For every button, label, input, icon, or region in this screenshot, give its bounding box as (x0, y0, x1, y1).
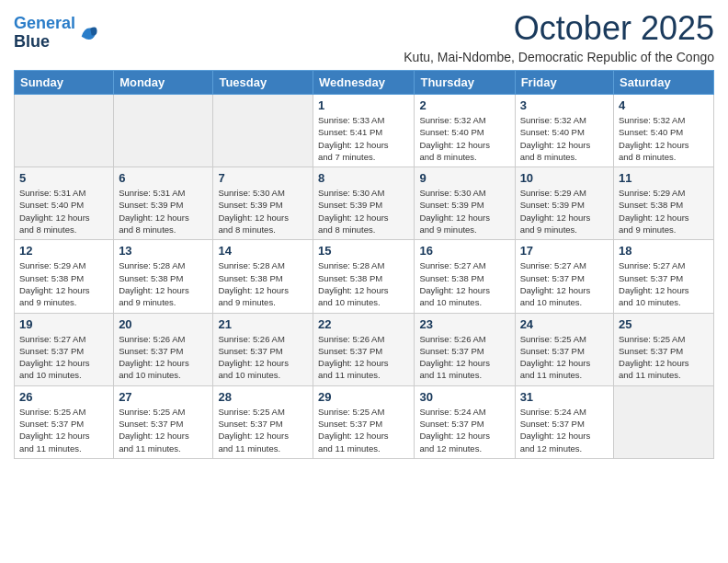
title-area: October 2025 Kutu, Mai-Ndombe, Democrati… (404, 9, 714, 64)
calendar-day-cell: 3Sunrise: 5:32 AMSunset: 5:40 PMDaylight… (515, 95, 613, 167)
calendar-day-cell: 4Sunrise: 5:32 AMSunset: 5:40 PMDaylight… (614, 95, 714, 167)
day-info: Sunrise: 5:25 AMSunset: 5:37 PMDaylight:… (520, 333, 609, 382)
weekday-header-friday: Friday (515, 71, 613, 95)
day-info: Sunrise: 5:26 AMSunset: 5:37 PMDaylight:… (419, 333, 509, 382)
day-info: Sunrise: 5:27 AMSunset: 5:37 PMDaylight:… (619, 259, 709, 308)
day-number: 10 (520, 171, 609, 185)
day-number: 13 (119, 244, 208, 258)
day-info: Sunrise: 5:30 AMSunset: 5:39 PMDaylight:… (419, 187, 509, 236)
day-number: 14 (218, 244, 308, 258)
calendar-day-cell: 2Sunrise: 5:32 AMSunset: 5:40 PMDaylight… (415, 95, 515, 167)
calendar-day-cell: 30Sunrise: 5:24 AMSunset: 5:37 PMDayligh… (415, 385, 515, 458)
day-number: 24 (520, 317, 609, 331)
calendar-day-cell: 25Sunrise: 5:25 AMSunset: 5:37 PMDayligh… (614, 313, 714, 385)
day-info: Sunrise: 5:30 AMSunset: 5:39 PMDaylight:… (318, 187, 409, 236)
weekday-header-saturday: Saturday (614, 71, 714, 95)
calendar-day-cell: 15Sunrise: 5:28 AMSunset: 5:38 PMDayligh… (313, 240, 415, 313)
day-info: Sunrise: 5:26 AMSunset: 5:37 PMDaylight:… (119, 333, 208, 382)
calendar-day-cell: 21Sunrise: 5:26 AMSunset: 5:37 PMDayligh… (213, 313, 313, 385)
calendar-day-cell: 27Sunrise: 5:25 AMSunset: 5:37 PMDayligh… (114, 385, 213, 458)
day-number: 16 (419, 244, 509, 258)
day-number: 18 (619, 244, 709, 258)
day-number: 4 (619, 98, 709, 112)
month-title: October 2025 (404, 9, 714, 48)
day-number: 15 (318, 244, 409, 258)
page-header: GeneralBlue October 2025 Kutu, Mai-Ndomb… (14, 9, 714, 64)
day-info: Sunrise: 5:28 AMSunset: 5:38 PMDaylight:… (218, 259, 308, 308)
calendar-day-cell: 13Sunrise: 5:28 AMSunset: 5:38 PMDayligh… (114, 240, 213, 313)
calendar-day-cell: 28Sunrise: 5:25 AMSunset: 5:37 PMDayligh… (213, 385, 313, 458)
weekday-header-row: SundayMondayTuesdayWednesdayThursdayFrid… (15, 71, 714, 95)
calendar-day-cell: 11Sunrise: 5:29 AMSunset: 5:38 PMDayligh… (614, 167, 714, 240)
day-number: 8 (318, 171, 409, 185)
day-info: Sunrise: 5:29 AMSunset: 5:39 PMDaylight:… (520, 187, 609, 236)
day-info: Sunrise: 5:32 AMSunset: 5:40 PMDaylight:… (520, 114, 609, 163)
day-number: 28 (218, 390, 308, 404)
day-number: 29 (318, 390, 409, 404)
day-info: Sunrise: 5:32 AMSunset: 5:40 PMDaylight:… (619, 114, 709, 163)
calendar-day-cell: 26Sunrise: 5:25 AMSunset: 5:37 PMDayligh… (15, 385, 114, 458)
calendar-day-cell: 20Sunrise: 5:26 AMSunset: 5:37 PMDayligh… (114, 313, 213, 385)
weekday-header-thursday: Thursday (415, 71, 515, 95)
day-number: 3 (520, 98, 609, 112)
day-info: Sunrise: 5:25 AMSunset: 5:37 PMDaylight:… (218, 406, 308, 454)
calendar-day-cell (213, 95, 313, 167)
day-number: 2 (419, 98, 509, 112)
day-number: 31 (520, 390, 609, 404)
day-info: Sunrise: 5:24 AMSunset: 5:37 PMDaylight:… (419, 406, 509, 454)
calendar-day-cell: 6Sunrise: 5:31 AMSunset: 5:39 PMDaylight… (114, 167, 213, 240)
weekday-header-tuesday: Tuesday (213, 71, 313, 95)
day-info: Sunrise: 5:27 AMSunset: 5:37 PMDaylight:… (19, 333, 108, 382)
day-number: 7 (218, 171, 308, 185)
day-number: 17 (520, 244, 609, 258)
day-number: 30 (419, 390, 509, 404)
day-number: 26 (19, 390, 108, 404)
weekday-header-monday: Monday (114, 71, 213, 95)
logo-icon (78, 23, 98, 43)
calendar-day-cell: 5Sunrise: 5:31 AMSunset: 5:40 PMDaylight… (15, 167, 114, 240)
weekday-header-wednesday: Wednesday (313, 71, 415, 95)
day-number: 12 (19, 244, 108, 258)
calendar-day-cell: 14Sunrise: 5:28 AMSunset: 5:38 PMDayligh… (213, 240, 313, 313)
calendar-day-cell: 29Sunrise: 5:25 AMSunset: 5:37 PMDayligh… (313, 385, 415, 458)
day-number: 11 (619, 171, 709, 185)
day-number: 9 (419, 171, 509, 185)
calendar-day-cell: 31Sunrise: 5:24 AMSunset: 5:37 PMDayligh… (515, 385, 613, 458)
day-number: 27 (119, 390, 208, 404)
day-info: Sunrise: 5:29 AMSunset: 5:38 PMDaylight:… (619, 187, 709, 236)
calendar-day-cell: 19Sunrise: 5:27 AMSunset: 5:37 PMDayligh… (15, 313, 114, 385)
day-info: Sunrise: 5:25 AMSunset: 5:37 PMDaylight:… (119, 406, 208, 454)
calendar-day-cell (114, 95, 213, 167)
calendar-day-cell: 8Sunrise: 5:30 AMSunset: 5:39 PMDaylight… (313, 167, 415, 240)
calendar-day-cell: 10Sunrise: 5:29 AMSunset: 5:39 PMDayligh… (515, 167, 613, 240)
day-number: 22 (318, 317, 409, 331)
location-subtitle: Kutu, Mai-Ndombe, Democratic Republic of… (404, 50, 714, 64)
calendar-day-cell: 22Sunrise: 5:26 AMSunset: 5:37 PMDayligh… (313, 313, 415, 385)
day-info: Sunrise: 5:33 AMSunset: 5:41 PMDaylight:… (318, 114, 409, 163)
day-info: Sunrise: 5:30 AMSunset: 5:39 PMDaylight:… (218, 187, 308, 236)
day-number: 19 (19, 317, 108, 331)
calendar-day-cell: 12Sunrise: 5:29 AMSunset: 5:38 PMDayligh… (15, 240, 114, 313)
day-number: 1 (318, 98, 409, 112)
day-info: Sunrise: 5:32 AMSunset: 5:40 PMDaylight:… (419, 114, 509, 163)
calendar-table: SundayMondayTuesdayWednesdayThursdayFrid… (14, 70, 714, 459)
day-number: 5 (19, 171, 108, 185)
calendar-day-cell: 18Sunrise: 5:27 AMSunset: 5:37 PMDayligh… (614, 240, 714, 313)
day-info: Sunrise: 5:27 AMSunset: 5:37 PMDaylight:… (520, 259, 609, 308)
calendar-week-row: 19Sunrise: 5:27 AMSunset: 5:37 PMDayligh… (15, 313, 714, 385)
calendar-week-row: 26Sunrise: 5:25 AMSunset: 5:37 PMDayligh… (15, 385, 714, 458)
calendar-day-cell (15, 95, 114, 167)
calendar-day-cell: 23Sunrise: 5:26 AMSunset: 5:37 PMDayligh… (415, 313, 515, 385)
day-info: Sunrise: 5:29 AMSunset: 5:38 PMDaylight:… (19, 259, 108, 308)
day-info: Sunrise: 5:25 AMSunset: 5:37 PMDaylight:… (19, 406, 108, 454)
calendar-day-cell (614, 385, 714, 458)
calendar-day-cell: 16Sunrise: 5:27 AMSunset: 5:38 PMDayligh… (415, 240, 515, 313)
day-info: Sunrise: 5:26 AMSunset: 5:37 PMDaylight:… (218, 333, 308, 382)
day-number: 6 (119, 171, 208, 185)
calendar-week-row: 12Sunrise: 5:29 AMSunset: 5:38 PMDayligh… (15, 240, 714, 313)
logo: GeneralBlue (14, 15, 98, 52)
logo-text: GeneralBlue (14, 15, 75, 52)
day-info: Sunrise: 5:27 AMSunset: 5:38 PMDaylight:… (419, 259, 509, 308)
calendar-week-row: 1Sunrise: 5:33 AMSunset: 5:41 PMDaylight… (15, 95, 714, 167)
day-number: 25 (619, 317, 709, 331)
